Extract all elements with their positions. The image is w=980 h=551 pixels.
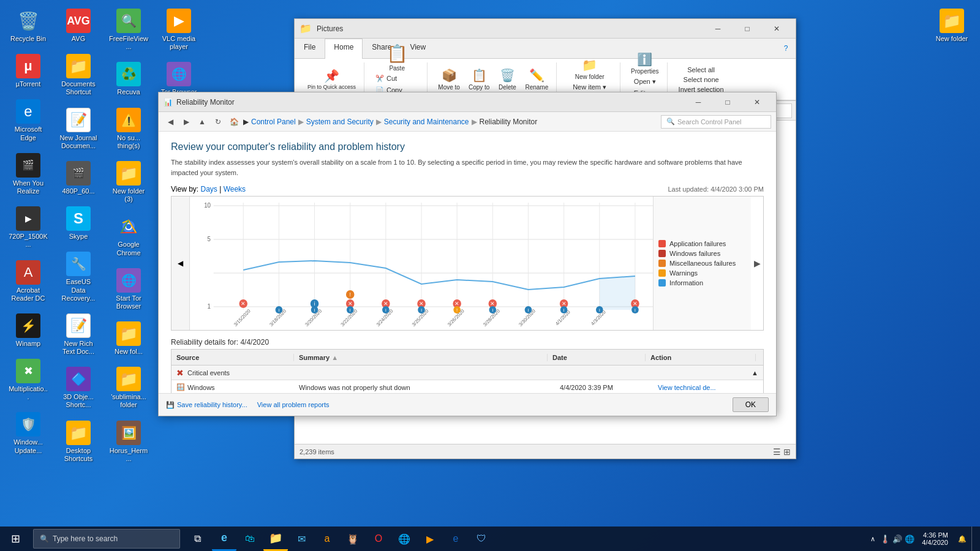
- critical-collapse-btn[interactable]: ▲: [752, 369, 758, 377]
- taskbar-store-icon[interactable]: 🛍: [238, 527, 262, 551]
- rm-maximize-btn[interactable]: □: [714, 92, 742, 112]
- taskbar-amazon-icon[interactable]: a: [315, 527, 339, 551]
- icon-avg[interactable]: AVG AVG: [56, 6, 100, 45]
- taskbar-ie-icon[interactable]: e: [443, 527, 468, 551]
- icon-no-something[interactable]: ⚠️ No su... thing(s): [107, 105, 151, 152]
- minimize-button[interactable]: ─: [704, 19, 732, 39]
- save-history-link[interactable]: 💾 Save reliability history...: [166, 401, 247, 409]
- svg-text:✕: ✕: [562, 301, 567, 307]
- new-item-btn[interactable]: New item ▾: [569, 82, 610, 92]
- taskbar-search[interactable]: 🔍 Type here to search: [33, 529, 180, 549]
- speaker-icon[interactable]: 🔊: [892, 534, 902, 544]
- select-none-btn[interactable]: Select none: [680, 75, 723, 84]
- icon-recuva[interactable]: ♻️ Recuva: [107, 59, 151, 99]
- taskbar-trip-icon[interactable]: 🦉: [341, 527, 365, 551]
- icon-google-chrome[interactable]: Google Chrome: [107, 212, 151, 259]
- list-view-btn[interactable]: ☰: [773, 447, 781, 457]
- icon-winamp[interactable]: ⚡ Winamp: [6, 311, 50, 350]
- rm-home-btn[interactable]: 🏠: [227, 115, 241, 129]
- icon-windows-update[interactable]: 🛡️ Window... Update...: [6, 410, 50, 457]
- taskbar-security-icon[interactable]: 🛡: [469, 527, 494, 551]
- taskbar-explorer-icon[interactable]: 📁: [263, 527, 288, 551]
- view-weeks-link[interactable]: Weeks: [224, 185, 246, 193]
- tray-overflow-btn[interactable]: ∧: [868, 535, 878, 543]
- grid-view-btn[interactable]: ⊞: [783, 447, 791, 457]
- icon-freefileview[interactable]: 🔍 FreeFileView...: [107, 6, 151, 53]
- icon-720p[interactable]: ▶ 720P_1500K...: [6, 204, 50, 251]
- show-desktop-btn[interactable]: [971, 527, 975, 551]
- pin-quick-access-btn[interactable]: 📌 Pin to Quick access: [304, 67, 359, 92]
- notification-btn[interactable]: 🔔: [956, 535, 969, 543]
- taskbar-clock[interactable]: 4:36 PM 4/4/2020: [917, 531, 953, 546]
- new-folder-btn[interactable]: 📁 New folder: [572, 56, 608, 82]
- task-view-btn[interactable]: ⧉: [185, 527, 209, 551]
- chart-left-arrow[interactable]: ◀: [172, 197, 190, 330]
- help-button[interactable]: ?: [778, 41, 793, 56]
- rm-ok-button[interactable]: OK: [733, 397, 769, 412]
- icon-vlc[interactable]: ▶ VLC media player: [157, 6, 201, 53]
- rm-search-box[interactable]: 🔍 Search Control Panel: [661, 115, 771, 129]
- chart-right-arrow[interactable]: ▶: [751, 197, 763, 330]
- icon-480p[interactable]: 🎬 480P_60...: [56, 159, 100, 198]
- weather-icon[interactable]: 🌡️: [880, 534, 890, 544]
- taskbar-mail-icon[interactable]: ✉: [289, 527, 314, 551]
- icon-skype[interactable]: S Skype: [56, 204, 100, 243]
- taskbar-vlc-icon[interactable]: ▶: [418, 527, 442, 551]
- rm-up-btn[interactable]: ▲: [195, 115, 209, 129]
- rm-refresh-btn[interactable]: ↻: [211, 115, 225, 129]
- cut-btn[interactable]: ✂️ Cut: [372, 73, 422, 84]
- taskbar-browser2-icon[interactable]: 🌐: [392, 527, 417, 551]
- cut-icon: ✂️: [375, 75, 384, 83]
- delete-btn[interactable]: 🗑️ Delete: [495, 66, 519, 92]
- tab-file[interactable]: File: [295, 39, 325, 58]
- rm-title-text: 📊 Reliability Monitor: [164, 98, 235, 107]
- rm-title-icon: 📊: [164, 98, 173, 107]
- network-icon[interactable]: 🌐: [905, 534, 914, 544]
- breadcrumb-security-maintenance[interactable]: Security and Maintenance: [384, 118, 469, 126]
- icon-multiplicatio[interactable]: ✖ Multiplicatio...: [6, 356, 50, 403]
- icon-utorrent[interactable]: μ µTorrent: [6, 51, 50, 91]
- taskbar-edge-icon[interactable]: e: [212, 527, 236, 551]
- icon-desktop-shortcuts[interactable]: 📁 Desktop Shortcuts: [56, 418, 100, 465]
- move-to-btn[interactable]: 📦 Move to: [435, 66, 463, 92]
- icon-horus[interactable]: 🖼️ Horus_Herm...: [107, 418, 151, 465]
- critical-row-0[interactable]: 🪟 Windows Windows was not properly shut …: [172, 380, 763, 393]
- ribbon-tabs: File Home Share View ?: [295, 39, 796, 59]
- taskbar-opera-icon[interactable]: O: [366, 527, 391, 551]
- icon-new-folder-3[interactable]: 📁 New folder (3): [107, 159, 151, 206]
- rm-forward-btn[interactable]: ▶: [179, 115, 193, 129]
- rename-btn[interactable]: ✏️ Rename: [522, 66, 551, 92]
- icon-3d-object[interactable]: 🔷 3D Obje... Shortc...: [56, 364, 100, 411]
- maximize-button[interactable]: □: [733, 19, 761, 39]
- critical-action-0[interactable]: View technical de...: [653, 384, 763, 391]
- icon-easeus[interactable]: 🔧 EaseUS Data Recovery...: [56, 249, 100, 305]
- rm-minimize-btn[interactable]: ─: [684, 92, 712, 112]
- tab-home[interactable]: Home: [325, 39, 363, 59]
- icon-when-you-realize[interactable]: 🎬 When You Realize: [6, 151, 50, 198]
- svg-text:i: i: [492, 307, 493, 313]
- rm-back-btn[interactable]: ◀: [164, 115, 177, 129]
- select-all-btn[interactable]: Select all: [684, 65, 718, 75]
- icon-rich-text[interactable]: 📝 New Rich Text Doc...: [56, 311, 100, 358]
- icon-new-folder-right[interactable]: 📁 New folder: [930, 6, 974, 45]
- icon-new-journal[interactable]: 📝 New Journal Documen...: [56, 105, 100, 152]
- icon-documents-shortcut[interactable]: 📁 Documents Shortcut: [56, 51, 100, 99]
- close-button[interactable]: ✕: [763, 19, 791, 39]
- view-days-link[interactable]: Days: [200, 185, 217, 193]
- view-reports-link[interactable]: View all problem reports: [257, 401, 330, 409]
- breadcrumb-system-security[interactable]: System and Security: [306, 118, 374, 126]
- icon-start-tor[interactable]: 🌐 Start Tor Browser: [107, 266, 151, 313]
- rm-close-btn[interactable]: ✕: [743, 92, 771, 112]
- icon-new-folder-desktop[interactable]: 📁 New fol...: [107, 319, 151, 358]
- taskbar-search-icon: 🔍: [40, 534, 49, 543]
- paste-btn[interactable]: 📋 Paste: [383, 42, 411, 73]
- properties-btn[interactable]: ℹ️ Properties: [628, 50, 662, 77]
- icon-acrobat[interactable]: A Acrobat Reader DC: [6, 258, 50, 305]
- start-button[interactable]: ⊞: [0, 527, 31, 551]
- open-btn[interactable]: Open ▾: [630, 77, 660, 87]
- breadcrumb-control-panel[interactable]: Control Panel: [251, 118, 296, 126]
- icon-edge[interactable]: e Microsoft Edge: [6, 97, 50, 144]
- icon-sublimina[interactable]: 📁 'sublimina... folder: [107, 364, 151, 411]
- copy-to-btn[interactable]: 📋 Copy to: [466, 66, 492, 92]
- icon-recycle-bin[interactable]: 🗑️ Recycle Bin: [6, 6, 50, 45]
